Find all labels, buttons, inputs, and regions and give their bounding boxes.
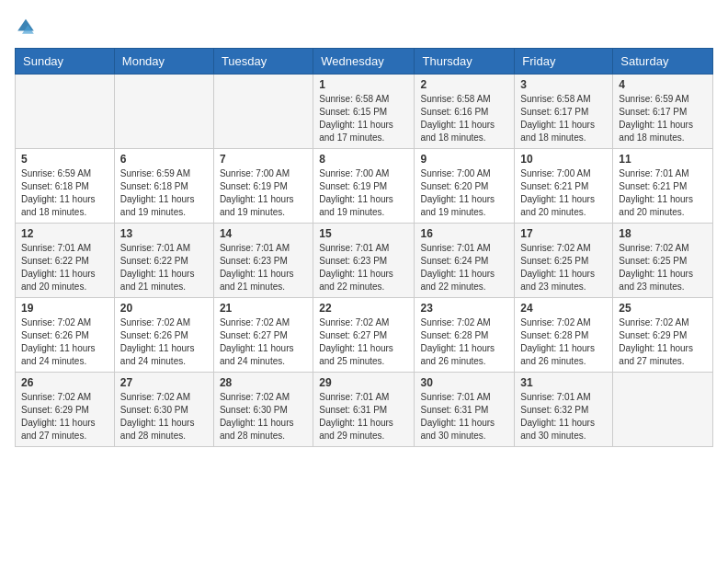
day-number: 6 xyxy=(120,153,208,166)
day-number: 22 xyxy=(319,302,408,315)
day-number: 7 xyxy=(220,153,307,166)
day-number: 30 xyxy=(420,376,508,389)
day-cell: 18Sunrise: 7:02 AM Sunset: 6:25 PM Dayli… xyxy=(613,224,713,298)
day-cell: 17Sunrise: 7:02 AM Sunset: 6:25 PM Dayli… xyxy=(515,224,613,298)
weekday-header-sunday: Sunday xyxy=(16,49,115,75)
weekday-header-tuesday: Tuesday xyxy=(213,49,313,75)
day-cell: 10Sunrise: 7:00 AM Sunset: 6:21 PM Dayli… xyxy=(515,149,613,224)
day-number: 9 xyxy=(420,153,508,166)
day-cell: 22Sunrise: 7:02 AM Sunset: 6:27 PM Dayli… xyxy=(313,298,415,373)
day-cell: 29Sunrise: 7:01 AM Sunset: 6:31 PM Dayli… xyxy=(313,373,415,447)
day-cell: 9Sunrise: 7:00 AM Sunset: 6:20 PM Daylig… xyxy=(415,149,515,224)
day-info: Sunrise: 7:01 AM Sunset: 6:22 PM Dayligh… xyxy=(120,242,208,293)
day-info: Sunrise: 6:59 AM Sunset: 6:18 PM Dayligh… xyxy=(120,167,208,219)
day-info: Sunrise: 7:00 AM Sunset: 6:19 PM Dayligh… xyxy=(220,167,307,219)
day-cell: 2Sunrise: 6:58 AM Sunset: 6:16 PM Daylig… xyxy=(415,75,515,149)
day-info: Sunrise: 7:01 AM Sunset: 6:31 PM Dayligh… xyxy=(319,391,408,442)
day-number: 29 xyxy=(319,376,408,389)
day-info: Sunrise: 6:58 AM Sunset: 6:15 PM Dayligh… xyxy=(319,93,408,144)
day-cell: 25Sunrise: 7:02 AM Sunset: 6:29 PM Dayli… xyxy=(613,298,713,373)
weekday-header-friday: Friday xyxy=(515,49,613,75)
day-cell: 20Sunrise: 7:02 AM Sunset: 6:26 PM Dayli… xyxy=(114,298,213,373)
day-number: 27 xyxy=(120,376,208,389)
day-number: 1 xyxy=(319,78,408,91)
day-info: Sunrise: 7:02 AM Sunset: 6:30 PM Dayligh… xyxy=(120,391,208,442)
day-number: 14 xyxy=(220,227,307,240)
week-row: 1Sunrise: 6:58 AM Sunset: 6:15 PM Daylig… xyxy=(16,75,713,149)
day-cell: 30Sunrise: 7:01 AM Sunset: 6:31 PM Dayli… xyxy=(415,373,515,447)
day-info: Sunrise: 7:02 AM Sunset: 6:28 PM Dayligh… xyxy=(520,316,607,368)
day-cell: 31Sunrise: 7:01 AM Sunset: 6:32 PM Dayli… xyxy=(515,373,613,447)
weekday-header-thursday: Thursday xyxy=(415,49,515,75)
day-info: Sunrise: 7:01 AM Sunset: 6:32 PM Dayligh… xyxy=(520,391,607,442)
day-info: Sunrise: 7:01 AM Sunset: 6:22 PM Dayligh… xyxy=(21,242,108,293)
day-info: Sunrise: 7:02 AM Sunset: 6:29 PM Dayligh… xyxy=(619,316,707,368)
day-number: 5 xyxy=(21,153,108,166)
day-cell: 21Sunrise: 7:02 AM Sunset: 6:27 PM Dayli… xyxy=(213,298,313,373)
page-header xyxy=(15,15,713,37)
day-cell xyxy=(213,75,313,149)
day-info: Sunrise: 7:01 AM Sunset: 6:21 PM Dayligh… xyxy=(619,167,707,219)
day-number: 13 xyxy=(120,227,208,240)
logo xyxy=(15,15,40,37)
week-row: 19Sunrise: 7:02 AM Sunset: 6:26 PM Dayli… xyxy=(16,298,713,373)
day-number: 17 xyxy=(520,227,607,240)
day-cell: 4Sunrise: 6:59 AM Sunset: 6:17 PM Daylig… xyxy=(613,75,713,149)
day-cell xyxy=(114,75,213,149)
day-cell: 27Sunrise: 7:02 AM Sunset: 6:30 PM Dayli… xyxy=(114,373,213,447)
day-cell: 19Sunrise: 7:02 AM Sunset: 6:26 PM Dayli… xyxy=(16,298,115,373)
day-cell: 26Sunrise: 7:02 AM Sunset: 6:29 PM Dayli… xyxy=(16,373,115,447)
day-info: Sunrise: 7:02 AM Sunset: 6:27 PM Dayligh… xyxy=(319,316,408,368)
day-info: Sunrise: 7:02 AM Sunset: 6:28 PM Dayligh… xyxy=(420,316,508,368)
day-number: 8 xyxy=(319,153,408,166)
day-number: 2 xyxy=(420,78,508,91)
day-cell: 12Sunrise: 7:01 AM Sunset: 6:22 PM Dayli… xyxy=(16,224,115,298)
day-number: 12 xyxy=(21,227,108,240)
weekday-header-monday: Monday xyxy=(114,49,213,75)
day-cell: 13Sunrise: 7:01 AM Sunset: 6:22 PM Dayli… xyxy=(114,224,213,298)
day-info: Sunrise: 7:01 AM Sunset: 6:31 PM Dayligh… xyxy=(420,391,508,442)
day-number: 11 xyxy=(619,153,707,166)
day-info: Sunrise: 7:01 AM Sunset: 6:24 PM Dayligh… xyxy=(420,242,508,293)
day-number: 25 xyxy=(619,302,707,315)
day-number: 24 xyxy=(520,302,607,315)
day-number: 21 xyxy=(220,302,307,315)
day-cell: 28Sunrise: 7:02 AM Sunset: 6:30 PM Dayli… xyxy=(213,373,313,447)
day-info: Sunrise: 7:02 AM Sunset: 6:29 PM Dayligh… xyxy=(21,391,108,442)
day-cell: 16Sunrise: 7:01 AM Sunset: 6:24 PM Dayli… xyxy=(415,224,515,298)
day-cell: 23Sunrise: 7:02 AM Sunset: 6:28 PM Dayli… xyxy=(415,298,515,373)
day-info: Sunrise: 6:59 AM Sunset: 6:18 PM Dayligh… xyxy=(21,167,108,219)
day-cell: 6Sunrise: 6:59 AM Sunset: 6:18 PM Daylig… xyxy=(114,149,213,224)
week-row: 12Sunrise: 7:01 AM Sunset: 6:22 PM Dayli… xyxy=(16,224,713,298)
day-number: 19 xyxy=(21,302,108,315)
day-cell: 5Sunrise: 6:59 AM Sunset: 6:18 PM Daylig… xyxy=(16,149,115,224)
day-number: 15 xyxy=(319,227,408,240)
day-info: Sunrise: 7:02 AM Sunset: 6:26 PM Dayligh… xyxy=(21,316,108,368)
day-info: Sunrise: 7:00 AM Sunset: 6:21 PM Dayligh… xyxy=(520,167,607,219)
day-number: 26 xyxy=(21,376,108,389)
week-row: 5Sunrise: 6:59 AM Sunset: 6:18 PM Daylig… xyxy=(16,149,713,224)
day-cell: 8Sunrise: 7:00 AM Sunset: 6:19 PM Daylig… xyxy=(313,149,415,224)
day-cell: 14Sunrise: 7:01 AM Sunset: 6:23 PM Dayli… xyxy=(213,224,313,298)
day-info: Sunrise: 6:58 AM Sunset: 6:16 PM Dayligh… xyxy=(420,93,508,144)
day-cell: 15Sunrise: 7:01 AM Sunset: 6:23 PM Dayli… xyxy=(313,224,415,298)
day-info: Sunrise: 7:02 AM Sunset: 6:26 PM Dayligh… xyxy=(120,316,208,368)
day-info: Sunrise: 7:02 AM Sunset: 6:25 PM Dayligh… xyxy=(619,242,707,293)
day-number: 16 xyxy=(420,227,508,240)
day-info: Sunrise: 7:01 AM Sunset: 6:23 PM Dayligh… xyxy=(319,242,408,293)
day-info: Sunrise: 7:02 AM Sunset: 6:27 PM Dayligh… xyxy=(220,316,307,368)
day-info: Sunrise: 7:02 AM Sunset: 6:30 PM Dayligh… xyxy=(220,391,307,442)
day-info: Sunrise: 6:59 AM Sunset: 6:17 PM Dayligh… xyxy=(619,93,707,144)
day-number: 28 xyxy=(220,376,307,389)
day-number: 10 xyxy=(520,153,607,166)
day-info: Sunrise: 7:02 AM Sunset: 6:25 PM Dayligh… xyxy=(520,242,607,293)
day-cell: 24Sunrise: 7:02 AM Sunset: 6:28 PM Dayli… xyxy=(515,298,613,373)
day-number: 31 xyxy=(520,376,607,389)
day-number: 20 xyxy=(120,302,208,315)
day-info: Sunrise: 7:01 AM Sunset: 6:23 PM Dayligh… xyxy=(220,242,307,293)
day-info: Sunrise: 7:00 AM Sunset: 6:20 PM Dayligh… xyxy=(420,167,508,219)
day-cell: 7Sunrise: 7:00 AM Sunset: 6:19 PM Daylig… xyxy=(213,149,313,224)
logo-icon xyxy=(15,15,37,37)
day-info: Sunrise: 7:00 AM Sunset: 6:19 PM Dayligh… xyxy=(319,167,408,219)
day-cell: 3Sunrise: 6:58 AM Sunset: 6:17 PM Daylig… xyxy=(515,75,613,149)
